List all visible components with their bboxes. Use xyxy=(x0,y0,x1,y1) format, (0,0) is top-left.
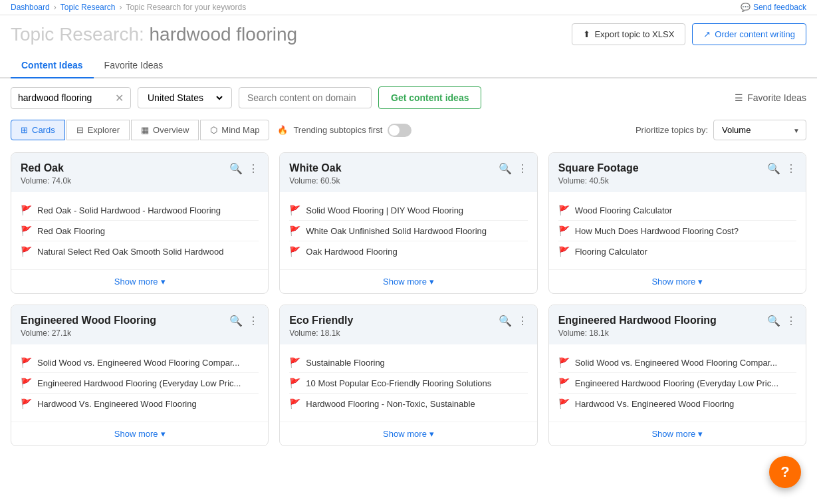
item-text: Hardwood Flooring - Non-Toxic, Sustainab… xyxy=(306,399,527,409)
title-row: Topic Research: hardwood flooring ⬆ Expo… xyxy=(0,15,817,53)
mindmap-icon: ⬡ xyxy=(210,125,217,135)
favorite-ideas-link[interactable]: ☰ Favorite Ideas xyxy=(735,92,806,103)
tab-row: Content Ideas Favorite Ideas xyxy=(0,53,817,78)
card-title: Engineered Wood Flooring xyxy=(21,315,156,326)
export-button[interactable]: ⬆ Export topic to XLSX xyxy=(572,23,685,45)
card-body: 🚩 Solid Wood vs. Engineered Wood Floorin… xyxy=(11,344,268,422)
card-header: Engineered Hardwood Flooring Volume: 18.… xyxy=(549,305,806,344)
item-text: Flooring Calculator xyxy=(575,247,796,257)
card-header: Eco Friendly Volume: 18.1k 🔍 ⋮ xyxy=(280,305,536,344)
show-more-label: Show more xyxy=(114,277,158,287)
item-flag-icon: 🚩 xyxy=(558,398,570,409)
breadcrumb-sep1: › xyxy=(54,3,57,12)
item-flag-icon: 🚩 xyxy=(558,357,570,368)
card-title-block: Square Footage Volume: 40.5k xyxy=(558,162,639,186)
card-volume: Volume: 74.0k xyxy=(21,176,71,186)
domain-search-input[interactable] xyxy=(239,87,372,108)
controls-row: ✕ United States United Kingdom Canada Ge… xyxy=(0,78,817,117)
more-options-icon[interactable]: ⋮ xyxy=(248,315,259,327)
item-flag-icon: 🚩 xyxy=(558,378,570,388)
item-flag-icon: 🚩 xyxy=(21,246,32,257)
card-volume: Volume: 27.1k xyxy=(21,328,156,338)
get-ideas-button[interactable]: Get content ideas xyxy=(378,86,481,109)
item-text: Hardwood Vs. Engineered Wood Flooring xyxy=(37,399,259,409)
search-icon[interactable]: 🔍 xyxy=(767,162,780,175)
more-options-icon[interactable]: ⋮ xyxy=(517,162,528,175)
item-text: Oak Hardwood Flooring xyxy=(306,247,527,257)
item-text: Engineered Hardwood Flooring (Everyday L… xyxy=(37,378,259,388)
trending-toggle[interactable] xyxy=(388,124,411,137)
country-select[interactable]: United States United Kingdom Canada xyxy=(145,92,225,104)
search-icon[interactable]: 🔍 xyxy=(499,162,512,175)
chevron-down-icon: ▾ xyxy=(161,429,166,439)
more-options-icon[interactable]: ⋮ xyxy=(517,315,528,327)
item-text: How Much Does Hardwood Flooring Cost? xyxy=(575,226,796,236)
order-content-button[interactable]: ↗ Order content writing xyxy=(692,23,806,45)
show-more-button[interactable]: Show more ▾ xyxy=(11,269,268,293)
card-title: Eco Friendly xyxy=(289,315,353,326)
send-feedback-link[interactable]: 💬 Send feedback xyxy=(741,3,806,12)
card-header-actions: 🔍 ⋮ xyxy=(499,315,528,327)
view-mindmap-button[interactable]: ⬡ Mind Map xyxy=(200,120,269,140)
cards-icon: ⊞ xyxy=(21,125,28,135)
view-overview-button[interactable]: ▦ Overview xyxy=(131,120,199,140)
item-flag-icon: 🚩 xyxy=(21,357,32,368)
item-flag-icon: 🚩 xyxy=(289,225,300,236)
item-text: Solid Wood Flooring | DIY Wood Flooring xyxy=(306,205,527,215)
tab-content-ideas[interactable]: Content Ideas xyxy=(11,53,94,78)
show-more-label: Show more xyxy=(383,429,427,439)
item-text: Engineered Hardwood Flooring (Everyday L… xyxy=(575,378,796,388)
volume-select-wrap: Volume Efficiency Difficulty xyxy=(713,120,806,140)
volume-select[interactable]: Volume Efficiency Difficulty xyxy=(713,120,806,140)
card-header-actions: 🔍 ⋮ xyxy=(229,162,259,175)
export-icon: ⬆ xyxy=(583,29,590,39)
show-more-button[interactable]: Show more ▾ xyxy=(280,269,536,293)
card-item: 🚩 Solid Wood vs. Engineered Wood Floorin… xyxy=(558,352,796,373)
more-options-icon[interactable]: ⋮ xyxy=(248,162,259,175)
breadcrumb-dashboard[interactable]: Dashboard xyxy=(11,3,50,12)
cards-grid: Red Oak Volume: 74.0k 🔍 ⋮ 🚩 Red Oak - So… xyxy=(0,147,817,457)
item-text: 10 Most Popular Eco-Friendly Flooring So… xyxy=(306,378,527,388)
card-item: 🚩 Red Oak Flooring xyxy=(21,221,259,241)
card-title: White Oak xyxy=(289,162,341,174)
item-text: Natural Select Red Oak Smooth Solid Hard… xyxy=(37,247,259,257)
search-icon[interactable]: 🔍 xyxy=(499,315,512,327)
view-cards-button[interactable]: ⊞ Cards xyxy=(11,120,65,140)
breadcrumb: Dashboard › Topic Research › Topic Resea… xyxy=(11,3,246,12)
card-item: 🚩 Solid Wood vs. Engineered Wood Floorin… xyxy=(21,352,259,373)
show-more-button[interactable]: Show more ▾ xyxy=(280,422,536,445)
card-item: 🚩 Red Oak - Solid Hardwood - Hardwood Fl… xyxy=(21,200,259,221)
card-body: 🚩 Red Oak - Solid Hardwood - Hardwood Fl… xyxy=(11,192,268,269)
country-select-wrap[interactable]: United States United Kingdom Canada xyxy=(138,87,232,108)
show-more-button[interactable]: Show more ▾ xyxy=(549,422,806,445)
more-options-icon[interactable]: ⋮ xyxy=(786,315,796,327)
search-icon[interactable]: 🔍 xyxy=(767,315,780,327)
card-volume: Volume: 18.1k xyxy=(289,328,353,338)
item-flag-icon: 🚩 xyxy=(558,246,570,257)
view-explorer-button[interactable]: ⊟ Explorer xyxy=(66,120,130,140)
card-eco-friendly: Eco Friendly Volume: 18.1k 🔍 ⋮ 🚩 Sustain… xyxy=(279,305,537,446)
card-volume: Volume: 60.5k xyxy=(289,176,341,186)
more-options-icon[interactable]: ⋮ xyxy=(786,162,796,175)
item-flag-icon: 🚩 xyxy=(21,205,32,215)
tab-favorite-ideas[interactable]: Favorite Ideas xyxy=(94,53,174,78)
item-flag-icon: 🚩 xyxy=(289,246,300,257)
show-more-label: Show more xyxy=(383,277,427,287)
show-more-button[interactable]: Show more ▾ xyxy=(11,422,268,445)
card-header-actions: 🔍 ⋮ xyxy=(767,162,796,175)
card-item: 🚩 Hardwood Flooring - Non-Toxic, Sustain… xyxy=(289,394,527,414)
breadcrumb-topic-research[interactable]: Topic Research xyxy=(60,3,116,12)
search-icon[interactable]: 🔍 xyxy=(229,315,243,327)
clear-keyword-button[interactable]: ✕ xyxy=(115,92,124,104)
item-text: Wood Flooring Calculator xyxy=(575,205,796,215)
card-title: Engineered Hardwood Flooring xyxy=(558,315,717,326)
card-body: 🚩 Solid Wood Flooring | DIY Wood Floorin… xyxy=(280,192,536,269)
card-volume: Volume: 18.1k xyxy=(558,328,717,338)
card-item: 🚩 Engineered Hardwood Flooring (Everyday… xyxy=(21,373,259,394)
keyword-input[interactable] xyxy=(18,92,111,103)
item-flag-icon: 🚩 xyxy=(289,398,300,409)
card-body: 🚩 Sustainable Flooring 🚩 10 Most Popular… xyxy=(280,344,536,422)
show-more-button[interactable]: Show more ▾ xyxy=(549,269,806,293)
search-icon[interactable]: 🔍 xyxy=(229,162,243,175)
card-header-actions: 🔍 ⋮ xyxy=(229,315,259,327)
